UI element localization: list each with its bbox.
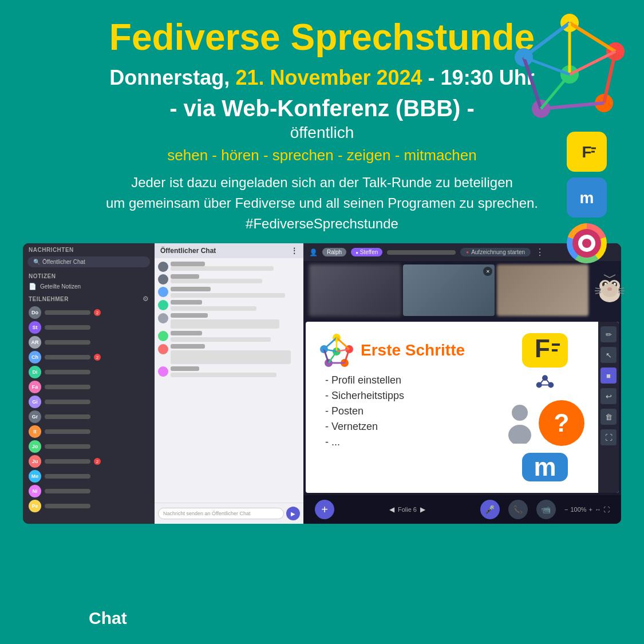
msg-avatar	[158, 287, 168, 297]
settings-icon[interactable]: ⚙	[143, 295, 149, 303]
mastodon-icon-right: m	[567, 177, 607, 218]
msg-content	[171, 274, 300, 283]
participant-row: Di	[23, 365, 155, 380]
msg-sender	[171, 262, 205, 266]
notizen-label: NOTIZEN	[23, 270, 155, 280]
chat-search[interactable]: 🔍 Öffentlicher Chat	[27, 256, 150, 267]
svg-line-13	[541, 74, 570, 109]
zoom-level: 100%	[570, 506, 586, 513]
svg-line-10	[524, 57, 541, 109]
more-options-icon[interactable]: ⋮	[535, 247, 544, 258]
avatar: Pe	[29, 500, 41, 512]
participant-name	[45, 340, 90, 345]
send-button[interactable]: ▶	[286, 507, 300, 520]
cursor-tool-btn[interactable]: ↖	[600, 347, 617, 363]
msg-sender	[171, 274, 199, 279]
friendica-icon: F	[567, 132, 607, 172]
undo-btn[interactable]: ↩	[600, 388, 617, 404]
msg-sender	[171, 344, 205, 349]
msg-sender	[171, 331, 202, 335]
bottom-right-controls: 🎤 📞 📹 − 100% + ↔ ⛶	[480, 500, 610, 519]
participant-name	[45, 310, 90, 315]
msg-content	[171, 344, 300, 364]
pencil-tool-btn[interactable]: ✏	[600, 326, 617, 342]
date-highlight: 21. November 2024	[235, 66, 422, 89]
msg-text	[171, 337, 271, 342]
fediverse-network-icon	[512, 11, 627, 126]
avatar: Ch	[29, 351, 41, 364]
participant-name	[45, 325, 90, 330]
zoom-controls: − 100% + ↔ ⛶	[564, 506, 610, 513]
zoom-out-btn[interactable]: −	[564, 506, 568, 513]
msg-content	[171, 366, 300, 377]
slide-items: - Profil einstellen - Sicherheitstipps -…	[319, 374, 494, 452]
chat-menu-icon[interactable]: ⋮	[291, 247, 298, 255]
user-badge-ralph: Ralph	[322, 248, 346, 256]
participant-row: Do 2	[23, 305, 155, 320]
participant-row: St	[23, 320, 155, 335]
slide-friendica-icon: F	[522, 333, 568, 368]
video-thumbnails: ✕	[303, 261, 621, 319]
add-button[interactable]: +	[315, 500, 334, 519]
svg-line-8	[604, 52, 615, 103]
avatar: AR	[29, 336, 41, 349]
participant-name	[45, 489, 90, 493]
msg-text	[171, 306, 256, 311]
main-content-area: 👤 Ralph ● Steffen ● Aufzeichnung starten…	[303, 243, 621, 524]
chat-input[interactable]: Nachricht senden an Öffentlicher Chat	[158, 508, 284, 519]
participant-row: Gr	[23, 409, 155, 424]
chat-message	[158, 344, 300, 364]
fullscreen-btn-zoom[interactable]: ⛶	[603, 506, 610, 513]
chat-input-placeholder: Nachricht senden an Öffentlicher Chat	[163, 511, 250, 516]
fullscreen-btn[interactable]: ⛶	[600, 429, 617, 445]
fit-screen-btn[interactable]: ↔	[595, 506, 601, 513]
shared-notes-label: Geteilte Notizen	[40, 283, 81, 290]
next-slide-btn[interactable]: ▶	[420, 505, 425, 513]
svg-text:m: m	[580, 189, 594, 207]
svg-point-64	[512, 405, 528, 421]
slide-network-icon	[319, 333, 354, 368]
ralph-label: Ralph	[327, 249, 342, 255]
msg-text	[171, 293, 285, 298]
avatar: St	[29, 321, 41, 334]
chat-message	[158, 287, 300, 298]
svg-line-61	[545, 378, 551, 385]
person-icon	[505, 404, 534, 444]
question-bubble: ?	[539, 400, 584, 446]
msg-text	[171, 319, 279, 329]
record-button[interactable]: ● Aufzeichnung starten	[460, 248, 531, 256]
phone-button[interactable]: 📞	[508, 500, 528, 519]
msg-sender	[171, 313, 208, 318]
oeff-chat-label: Öffentlicher Chat	[42, 259, 85, 265]
actions-line: sehen - hören - sprechen - zeigen - mitm…	[167, 147, 477, 164]
chat-bottom-label: Chat	[89, 609, 127, 628]
avatar: Me	[29, 470, 41, 483]
msg-avatar	[158, 262, 168, 272]
slide-content: Erste Schritte - Profil einstellen - Sic…	[306, 322, 598, 493]
participant-row: Pe	[23, 499, 155, 513]
prev-slide-btn[interactable]: ◀	[389, 505, 394, 513]
badge: 2	[94, 309, 101, 316]
user-icon: 👤	[309, 248, 318, 256]
svg-point-65	[508, 425, 531, 444]
slide-item-3: - Posten	[325, 405, 494, 417]
mic-button[interactable]: 🎤	[480, 500, 500, 519]
date-prefix: Donnerstag,	[109, 66, 230, 89]
zoom-in-btn[interactable]: +	[589, 506, 592, 513]
chat-message	[158, 366, 300, 377]
avatar: Ni	[29, 485, 41, 497]
close-icon[interactable]: ✕	[483, 267, 492, 276]
slide-item-1: - Profil einstellen	[325, 374, 494, 386]
chat-message	[158, 331, 300, 342]
shared-notes-item[interactable]: 📄 Geteilte Notizen	[23, 280, 155, 293]
record-label: Aufzeichnung starten	[471, 249, 525, 255]
rectangle-tool-btn[interactable]: ■	[600, 368, 617, 384]
slide-molecule-icon	[522, 374, 568, 393]
camera-button[interactable]: 📹	[536, 500, 556, 519]
participant-name	[45, 414, 90, 419]
avatar: It	[29, 425, 41, 438]
slide-title: Erste Schritte	[361, 341, 465, 359]
participant-row: Ju 2	[23, 454, 155, 469]
delete-btn[interactable]: 🗑	[600, 409, 617, 425]
description-text: Jeder ist dazu eingeladen sich an der Ta…	[106, 172, 538, 234]
